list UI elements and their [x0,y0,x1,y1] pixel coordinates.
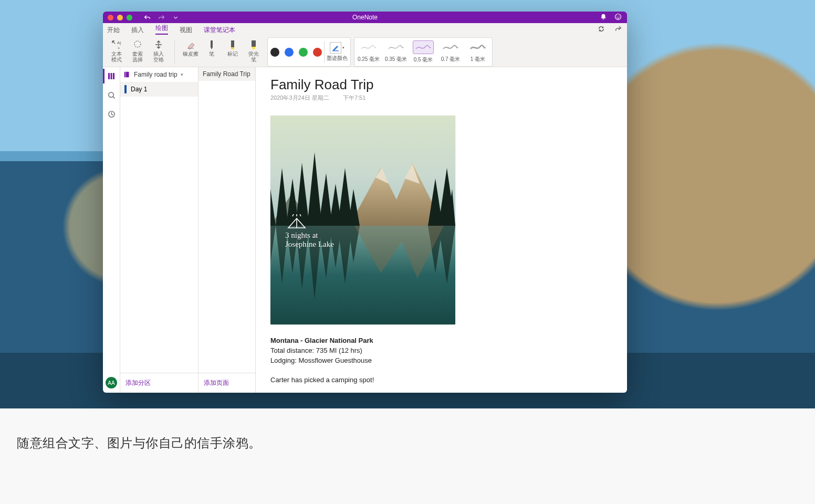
svg-rect-8 [332,50,339,51]
notebooks-icon[interactable] [107,71,116,81]
page-time: 下午7:51 [343,94,365,102]
svg-rect-15 [126,72,127,78]
swatch-red[interactable] [313,48,322,57]
page-list-item[interactable]: Family Road Trip [198,67,255,81]
notebook-picker[interactable]: Family road trip ▾ [120,67,198,82]
note-image[interactable]: 3 nights at Josephine Lake [270,116,455,324]
close-icon[interactable] [108,15,113,20]
swatch-black[interactable] [270,48,279,57]
note-text-block[interactable]: Montana - Glacier National Park Total di… [270,336,612,385]
notebook-name: Family road trip [134,71,177,78]
svg-point-12 [108,92,113,97]
tent-doodle-icon [285,214,308,230]
caption-panel: 随意组合文字、图片与你自己的信手涂鸦。 [0,408,815,504]
tab-class-notebook[interactable]: 课堂笔记本 [203,24,236,37]
sync-icon[interactable] [598,25,605,34]
svg-rect-9 [108,73,110,79]
svg-point-4 [134,41,141,47]
thickness-0[interactable]: 0.25 毫米 [357,41,380,63]
note-canvas[interactable]: Family Road Trip 2020年3月24日 星期二 下午7:51 [256,67,627,393]
highlighter-button[interactable]: 荧光 笔 [243,38,264,66]
share-icon[interactable] [614,25,622,34]
text-mode-button[interactable]: A| 文本 模式 [106,38,127,66]
svg-point-0 [615,14,621,19]
svg-point-1 [617,15,618,16]
thickness-1[interactable]: 0.35 毫米 [384,41,408,63]
ink-annotation: 3 nights at Josephine Lake [285,214,334,249]
page-title[interactable]: Family Road Trip [270,77,612,93]
svg-text:A|: A| [117,40,121,45]
feedback-smile-icon[interactable] [614,13,622,22]
insert-space-button[interactable]: 插入 空格 [148,38,169,66]
ribbon-tabs: 开始 插入 绘图 视图 课堂笔记本 [103,23,627,37]
svg-rect-7 [252,40,256,47]
onenote-window: OneNote 开始 插入 绘图 视图 课堂笔记本 [103,12,627,393]
ink-color-button[interactable]: ▾ 墨迹颜色 [327,42,348,62]
thickness-2[interactable]: 0.5 毫米 [412,40,435,64]
swatch-blue[interactable] [285,48,294,57]
recent-icon[interactable] [107,109,116,119]
notifications-icon[interactable] [600,13,607,22]
section-label: Day 1 [131,86,147,93]
maximize-icon[interactable] [127,15,132,20]
nav-rail: AA [103,67,120,393]
tab-draw[interactable]: 绘图 [154,22,169,37]
section-item[interactable]: Day 1 [120,82,198,97]
eraser-button[interactable]: 橡皮擦 [180,38,201,66]
svg-rect-6 [231,47,234,49]
note-line-2: Lodging: Mossflower Guesthouse [270,356,372,364]
avatar[interactable]: AA [106,377,117,388]
note-line-3: Carter has picked a camping spot! [270,376,374,384]
section-color-icon [124,85,127,93]
pen-button[interactable]: 笔 [201,38,222,66]
color-swatches [270,48,322,57]
tab-insert[interactable]: 插入 [130,24,145,37]
chevron-down-icon: ▾ [181,72,183,77]
minimize-icon[interactable] [117,15,123,20]
ink-line-1: 3 nights at [285,231,334,240]
tab-view[interactable]: 视图 [179,24,193,37]
caption-text: 随意组合文字、图片与你自己的信手涂鸦。 [17,435,262,452]
lasso-select-button[interactable]: 套索 选择 [127,38,148,66]
note-line-1: Total distance: 735 MI (12 hrs) [270,346,362,354]
sections-pane: Family road trip ▾ Day 1 添加分区 [120,67,198,393]
svg-rect-14 [124,72,129,78]
thickness-group: 0.25 毫米 0.35 毫米 0.5 毫米 0.7 毫米 [357,40,489,64]
page-date: 2020年3月24日 星期二 [270,94,329,102]
ribbon: A| 文本 模式 套索 选择 插入 空格 橡皮擦 [103,37,627,67]
app-title: OneNote [103,14,627,21]
tab-start[interactable]: 开始 [106,24,121,37]
swatch-green[interactable] [299,48,308,57]
pages-pane: Family Road Trip 添加页面 [198,67,256,393]
titlebar: OneNote [103,12,627,23]
thickness-4[interactable]: 1 毫米 [466,41,489,63]
note-heading: Montana - Glacier National Park [270,337,373,344]
svg-rect-10 [111,73,112,79]
ink-line-2: Josephine Lake [285,240,334,249]
svg-point-2 [619,15,620,16]
add-section-button[interactable]: 添加分区 [120,373,198,393]
window-controls [108,15,132,20]
add-page-button[interactable]: 添加页面 [198,373,255,393]
undo-icon[interactable] [144,14,151,21]
svg-rect-11 [113,73,114,79]
svg-rect-5 [231,40,234,47]
redo-icon[interactable] [158,14,165,21]
thickness-3[interactable]: 0.7 毫米 [439,41,462,63]
qat-chevron-down-icon[interactable] [172,14,179,21]
marker-button[interactable]: 标记 [222,38,243,66]
search-icon[interactable] [107,90,116,100]
